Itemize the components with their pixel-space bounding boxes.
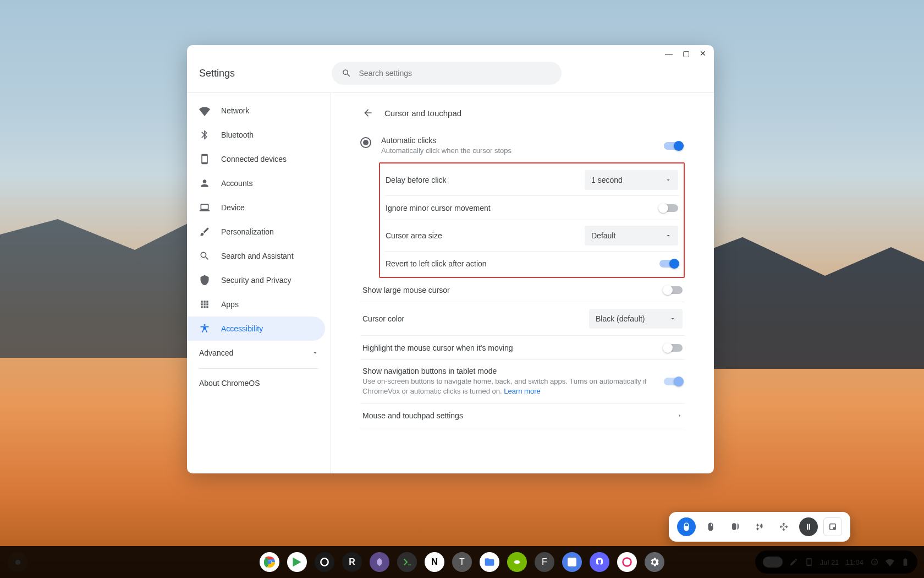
shelf-app-mastodon[interactable] xyxy=(590,552,609,572)
sidebar-item-connected-devices[interactable]: Connected devices xyxy=(187,147,331,171)
circle-icon xyxy=(319,557,330,568)
setting-sublabel: Automatically click when the cursor stop… xyxy=(381,146,657,156)
mastodon-icon xyxy=(595,557,604,567)
sidebar-item-label: Device xyxy=(221,203,245,212)
setting-label: Ignore minor cursor movement xyxy=(386,204,491,212)
sidebar-advanced[interactable]: Advanced xyxy=(187,341,331,365)
gradient-circle-icon xyxy=(622,557,632,568)
sidebar-item-accessibility[interactable]: Accessibility xyxy=(187,317,325,341)
a11y-position-button[interactable] xyxy=(823,517,842,536)
obsidian-icon xyxy=(375,557,384,567)
sidebar-item-personalization[interactable]: Personalization xyxy=(187,220,331,244)
nvidia-icon xyxy=(512,557,522,567)
learn-more-link[interactable]: Learn more xyxy=(504,387,540,395)
svg-point-7 xyxy=(321,558,328,565)
shelf-app-text[interactable]: T xyxy=(452,552,472,572)
divider xyxy=(199,368,318,369)
setting-label: Delay before click xyxy=(386,176,447,184)
gear-icon xyxy=(649,557,660,568)
tablet-nav-toggle xyxy=(664,378,683,385)
setting-label: Highlight the mouse cursor when it's mov… xyxy=(362,343,513,352)
setting-label: Cursor color xyxy=(362,314,404,323)
setting-label: Revert to left click after action xyxy=(386,259,487,268)
shelf-app-play-store[interactable] xyxy=(287,552,307,572)
select-value: Black (default) xyxy=(596,314,645,323)
select-value: 1 second xyxy=(591,176,623,184)
sidebar-item-accounts[interactable]: Accounts xyxy=(187,171,331,195)
shelf-app-files[interactable] xyxy=(480,552,499,572)
search-box[interactable] xyxy=(332,62,562,85)
shelf-app-terminal[interactable] xyxy=(397,552,417,572)
a11y-scroll-button[interactable] xyxy=(774,517,793,536)
shelf-app-f[interactable]: F xyxy=(535,552,554,572)
delay-select[interactable]: 1 second xyxy=(585,170,678,190)
accessibility-icon xyxy=(199,323,210,334)
sidebar-item-label: Security and Privacy xyxy=(221,276,292,285)
cursor-area-select[interactable]: Default xyxy=(585,226,678,246)
setting-label: Automatic clicks xyxy=(381,136,657,145)
minimize-button[interactable]: — xyxy=(665,50,673,57)
shelf-app-r[interactable]: R xyxy=(342,552,362,572)
sidebar-item-about[interactable]: About ChromeOS xyxy=(187,372,331,394)
maximize-button[interactable]: ▢ xyxy=(683,50,690,57)
chevron-right-icon xyxy=(677,413,683,418)
chevron-down-icon xyxy=(312,350,318,356)
shelf-app-nvidia[interactable] xyxy=(507,552,527,572)
sidebar-item-search-assistant[interactable]: Search and Assistant xyxy=(187,244,331,268)
sidebar-item-apps[interactable]: Apps xyxy=(187,292,331,317)
radio-icon xyxy=(360,137,371,148)
shelf: R N T F xyxy=(0,546,924,578)
mouse-touchpad-settings-row[interactable]: Mouse and touchpad settings xyxy=(360,404,685,428)
content: Cursor and touchpad Automatic clicks Aut… xyxy=(331,93,714,473)
a11y-pause-button[interactable] xyxy=(799,517,818,536)
cursor-color-select[interactable]: Black (default) xyxy=(589,309,683,329)
setting-label: Cursor area size xyxy=(386,231,442,240)
brush-icon xyxy=(199,226,210,237)
setting-label: Show large mouse cursor xyxy=(362,286,450,295)
close-button[interactable]: ✕ xyxy=(700,50,706,57)
highlighted-region: Delay before click 1 second Ignore minor… xyxy=(379,162,685,278)
ignore-movement-toggle[interactable] xyxy=(659,204,678,212)
shelf-app-circle[interactable] xyxy=(617,552,637,572)
sidebar-item-label: Network xyxy=(221,106,249,115)
settings-window: — ▢ ✕ Settings Network Bluetooth Conne xyxy=(187,45,714,473)
a11y-drag-button[interactable] xyxy=(750,517,769,536)
phone-icon xyxy=(199,154,210,165)
sidebar-item-device[interactable]: Device xyxy=(187,195,331,220)
sidebar-item-security-privacy[interactable]: Security and Privacy xyxy=(187,268,331,292)
a11y-right-click-button[interactable] xyxy=(701,517,720,536)
wifi-icon xyxy=(199,105,210,116)
shelf-app-notion[interactable]: N xyxy=(425,552,444,572)
large-cursor-toggle[interactable] xyxy=(664,286,683,294)
setting-label: Show navigation buttons in tablet mode xyxy=(362,367,657,375)
apps-icon xyxy=(199,299,210,310)
play-store-icon xyxy=(292,557,302,568)
sidebar-item-label: Accessibility xyxy=(221,324,263,333)
search-input[interactable] xyxy=(359,69,552,78)
sidebar-item-label: About ChromeOS xyxy=(199,379,260,388)
a11y-double-click-button[interactable] xyxy=(726,517,745,536)
shelf-app-chrome[interactable] xyxy=(260,552,279,572)
chrome-icon xyxy=(263,555,276,569)
shelf-app-blue[interactable] xyxy=(562,552,582,572)
shelf-app-settings[interactable] xyxy=(645,552,664,572)
shelf-app-generic-1[interactable] xyxy=(315,552,334,572)
select-value: Default xyxy=(591,231,615,240)
shelf-app-obsidian[interactable] xyxy=(370,552,389,572)
bluetooth-icon xyxy=(199,129,210,140)
sidebar-item-network[interactable]: Network xyxy=(187,99,331,123)
sidebar-item-label: Apps xyxy=(221,300,239,309)
chevron-down-icon xyxy=(669,315,676,322)
automatic-clicks-row: Automatic clicks Automatically click whe… xyxy=(360,130,685,162)
square-icon xyxy=(568,558,576,566)
sidebar-item-label: Connected devices xyxy=(221,155,287,163)
setting-sublabel: Use on-screen buttons to navigate home, … xyxy=(362,377,657,396)
sidebar-item-bluetooth[interactable]: Bluetooth xyxy=(187,123,331,147)
page-title: Cursor and touchpad xyxy=(384,108,461,118)
back-button[interactable] xyxy=(360,105,376,121)
highlight-cursor-toggle[interactable] xyxy=(664,344,683,352)
search-icon xyxy=(199,250,210,261)
a11y-left-click-button[interactable] xyxy=(677,517,696,536)
revert-left-click-toggle[interactable] xyxy=(659,260,678,268)
automatic-clicks-toggle[interactable] xyxy=(664,142,683,150)
